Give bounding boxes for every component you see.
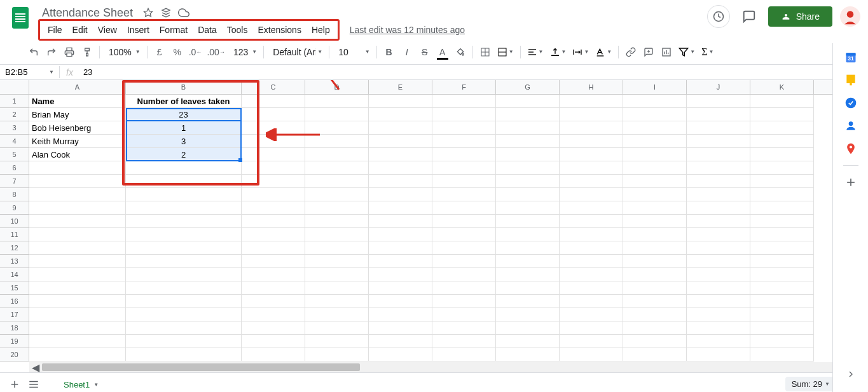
cell[interactable] xyxy=(560,268,623,281)
number-format-dropdown[interactable]: 123▼ xyxy=(228,47,259,57)
cell[interactable] xyxy=(305,175,369,188)
cell[interactable] xyxy=(623,335,687,348)
maps-icon[interactable] xyxy=(844,142,857,155)
cell[interactable] xyxy=(687,228,750,241)
cell[interactable] xyxy=(242,348,305,362)
row-header[interactable]: 5 xyxy=(0,148,29,161)
cell[interactable] xyxy=(29,215,126,228)
cell[interactable] xyxy=(126,335,242,348)
cell[interactable] xyxy=(242,268,305,281)
cell[interactable] xyxy=(750,335,814,348)
cell[interactable] xyxy=(305,95,369,108)
merge-cells-button[interactable]: ▼ xyxy=(495,47,516,57)
cell[interactable] xyxy=(29,308,126,321)
cell[interactable] xyxy=(560,201,623,215)
cell[interactable] xyxy=(560,348,623,362)
col-header-H[interactable]: H xyxy=(560,80,623,94)
cell[interactable] xyxy=(242,188,305,201)
row-header[interactable]: 11 xyxy=(0,228,29,241)
cell[interactable] xyxy=(305,308,369,321)
cell[interactable] xyxy=(29,281,126,295)
cell[interactable] xyxy=(687,108,750,121)
cell[interactable] xyxy=(496,228,560,241)
row-header[interactable]: 16 xyxy=(0,295,29,308)
cell[interactable] xyxy=(432,268,496,281)
cell[interactable] xyxy=(687,121,750,135)
italic-button[interactable]: I xyxy=(399,44,415,60)
cell[interactable] xyxy=(496,175,560,188)
cell[interactable] xyxy=(496,321,560,335)
cell[interactable] xyxy=(432,255,496,268)
cell[interactable] xyxy=(687,148,750,161)
cell[interactable] xyxy=(242,201,305,215)
cell[interactable] xyxy=(750,268,814,281)
cell[interactable] xyxy=(305,321,369,335)
row-header[interactable]: 2 xyxy=(0,108,29,121)
cell[interactable] xyxy=(432,241,496,255)
cell[interactable] xyxy=(687,308,750,321)
cell[interactable] xyxy=(242,215,305,228)
horizontal-align-button[interactable]: ▼ xyxy=(525,47,546,57)
cell[interactable] xyxy=(369,135,432,148)
cell[interactable] xyxy=(750,308,814,321)
menu-file[interactable]: File xyxy=(43,22,67,37)
cell[interactable] xyxy=(126,295,242,308)
cell[interactable] xyxy=(305,201,369,215)
cell[interactable] xyxy=(242,108,305,121)
cell[interactable] xyxy=(496,295,560,308)
col-header-I[interactable]: I xyxy=(623,80,687,94)
all-sheets-button[interactable] xyxy=(24,375,43,393)
cell[interactable] xyxy=(750,281,814,295)
move-icon[interactable] xyxy=(160,6,172,19)
cell[interactable] xyxy=(432,148,496,161)
cell[interactable] xyxy=(126,188,242,201)
cell[interactable] xyxy=(369,335,432,348)
comment-icon[interactable] xyxy=(738,5,761,28)
cell[interactable] xyxy=(687,95,750,108)
row-header[interactable]: 14 xyxy=(0,268,29,281)
cell[interactable] xyxy=(126,348,242,362)
cell[interactable] xyxy=(432,228,496,241)
cell[interactable] xyxy=(126,241,242,255)
cell[interactable] xyxy=(305,228,369,241)
col-header-B[interactable]: B xyxy=(126,80,242,94)
menu-extensions[interactable]: Extensions xyxy=(252,22,306,37)
cell[interactable] xyxy=(623,135,687,148)
cell[interactable] xyxy=(560,121,623,135)
cell[interactable] xyxy=(305,135,369,148)
row-header[interactable]: 8 xyxy=(0,188,29,201)
scroll-left-icon[interactable]: ◀ xyxy=(29,362,42,374)
undo-button[interactable] xyxy=(25,44,42,60)
cell[interactable] xyxy=(623,241,687,255)
cell[interactable] xyxy=(560,135,623,148)
cell[interactable] xyxy=(369,228,432,241)
cell[interactable] xyxy=(496,268,560,281)
cell[interactable] xyxy=(750,201,814,215)
cell[interactable] xyxy=(560,228,623,241)
cell[interactable] xyxy=(750,108,814,121)
cell[interactable] xyxy=(369,175,432,188)
cell[interactable] xyxy=(242,135,305,148)
cell[interactable] xyxy=(750,295,814,308)
cell[interactable]: Alan Cook xyxy=(29,148,126,161)
calendar-icon[interactable]: 31 xyxy=(844,51,857,64)
cell[interactable] xyxy=(623,108,687,121)
col-header-G[interactable]: G xyxy=(496,80,560,94)
name-box[interactable]: B2:B5▼ xyxy=(0,66,60,78)
cell[interactable] xyxy=(432,161,496,175)
last-edit-link[interactable]: Last edit was 12 minutes ago xyxy=(350,25,465,35)
cell[interactable] xyxy=(750,148,814,161)
cell[interactable]: Number of leaves taken xyxy=(126,95,242,108)
cell[interactable]: Bob Heisenberg xyxy=(29,121,126,135)
font-size-dropdown[interactable]: 10▼ xyxy=(333,47,373,57)
cell[interactable] xyxy=(560,335,623,348)
cell[interactable] xyxy=(432,335,496,348)
row-header[interactable]: 7 xyxy=(0,175,29,188)
cell[interactable] xyxy=(687,175,750,188)
vertical-align-button[interactable]: ▼ xyxy=(548,47,569,57)
cell[interactable] xyxy=(623,321,687,335)
row-header[interactable]: 13 xyxy=(0,255,29,268)
keep-icon[interactable] xyxy=(844,74,857,86)
cell[interactable] xyxy=(305,108,369,121)
cell[interactable] xyxy=(29,335,126,348)
